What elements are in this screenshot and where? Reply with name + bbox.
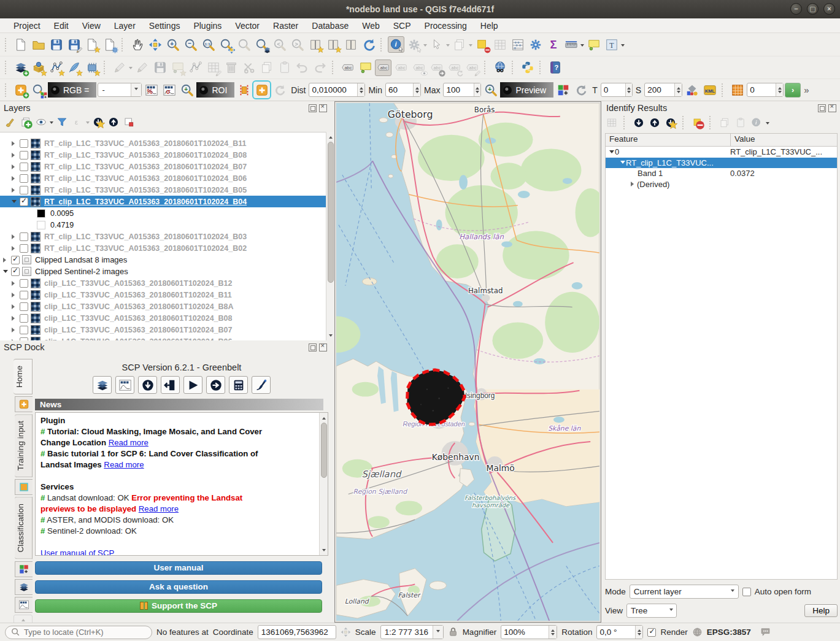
modify-attributes-icon[interactable] (205, 59, 222, 76)
auto-open-form-checkbox[interactable] (742, 588, 751, 596)
group-checkbox[interactable] (11, 256, 20, 264)
zoom-to-layer-icon[interactable] (253, 36, 270, 53)
filter-expression-icon[interactable]: ε (71, 115, 84, 129)
help-contents-icon[interactable] (547, 59, 563, 76)
dist-spinbox[interactable] (309, 83, 365, 97)
scroll-up-icon[interactable] (326, 132, 334, 140)
layer-row[interactable]: RT_clip_L1C_T33VUC_A015363_20180601T1020… (0, 149, 334, 161)
layer-row[interactable]: RT_clip_L1C_T33VUC_A015363_20180601T1020… (0, 242, 334, 254)
bandset-grid-icon[interactable] (729, 82, 746, 98)
rotation-input[interactable] (597, 626, 635, 639)
view-combobox[interactable]: Tree (626, 604, 677, 618)
menu-plugins[interactable]: Plugins (187, 20, 228, 32)
layer-row[interactable]: RT_clip_L1C_T33VUC_A015363_20180601T1020… (0, 184, 334, 196)
kml-export-icon[interactable] (701, 82, 718, 98)
new-print-layout-icon[interactable] (83, 36, 100, 53)
toolbar-drag-handle[interactable] (104, 61, 107, 74)
layer-row-selected[interactable]: RT_clip_L1C_T33VUC_A015363_20180601T1020… (0, 196, 334, 207)
filter-expression-dropdown[interactable] (86, 121, 90, 126)
news-scrollbar[interactable] (319, 413, 328, 555)
scroll-down-icon[interactable] (320, 547, 328, 555)
vertex-tool-icon[interactable] (187, 59, 204, 76)
undo-icon[interactable] (294, 59, 310, 76)
download-products-button[interactable] (138, 376, 157, 394)
min-spinbox[interactable] (385, 83, 421, 97)
layer-checkbox[interactable] (20, 279, 28, 288)
user-manual-scp-link[interactable]: User manual of SCP (40, 548, 114, 556)
zoom-out-icon[interactable]: − (182, 36, 199, 53)
magnifier-spinbox[interactable] (501, 625, 557, 639)
toolbar-overflow-chevron[interactable]: » (802, 85, 811, 95)
layer-checkbox[interactable] (20, 232, 28, 241)
form-view-icon[interactable] (605, 116, 618, 129)
menu-edit[interactable]: Edit (48, 20, 75, 32)
layer-checkbox[interactable] (20, 163, 28, 171)
identify-mode-icon[interactable] (750, 116, 763, 129)
scp-dock-float-icon[interactable] (309, 344, 317, 351)
identify-mode-dropdown[interactable] (766, 122, 769, 126)
identify-features-icon[interactable] (388, 36, 404, 53)
menu-scp[interactable]: SCP (387, 20, 417, 32)
maximize-button[interactable]: ▢ (807, 3, 819, 15)
expand-new-results-icon[interactable] (664, 116, 677, 129)
new-bookmark-icon[interactable] (307, 36, 323, 53)
new-project-icon[interactable] (12, 36, 29, 53)
min-input[interactable] (386, 83, 413, 96)
highlight-labels-icon[interactable] (410, 59, 427, 76)
toolbar-drag-handle[interactable] (539, 61, 543, 74)
t-input[interactable] (601, 83, 625, 96)
bandset-spinbox[interactable] (747, 83, 784, 97)
statistics-sigma-icon[interactable]: Σ (545, 36, 561, 53)
layer-checkbox[interactable] (20, 291, 28, 299)
classification-squares-tab-icon[interactable] (15, 561, 33, 577)
remove-preview-icon[interactable] (684, 82, 700, 98)
title-bar[interactable]: *nodebo land use - QGIS f7e4dd671f – ▢ × (0, 0, 840, 18)
stddev-stretch-icon[interactable]: σ (161, 82, 177, 98)
labeling-options-icon[interactable] (375, 59, 391, 76)
zoom-preview-icon[interactable]: + (482, 82, 499, 98)
rgb-quick-icon[interactable] (555, 82, 571, 98)
read-more-link[interactable]: Read more (109, 438, 148, 447)
crs-globe-icon[interactable] (692, 627, 703, 637)
menu-layer[interactable]: Layer (108, 20, 142, 32)
cut-features-icon[interactable] (241, 59, 257, 76)
magnifier-input[interactable] (501, 626, 549, 639)
statistical-summary-icon[interactable] (509, 36, 526, 53)
show-bookmarks-icon[interactable] (325, 36, 341, 53)
bandset-tab-icon[interactable] (15, 396, 33, 412)
menu-web[interactable]: Web (356, 20, 386, 32)
layer-row[interactable]: clip_L1C_T33VUC_A015363_20180601T102024_… (0, 289, 334, 301)
menu-help[interactable]: Help (474, 20, 504, 32)
dist-input[interactable] (309, 83, 356, 96)
refresh-map-icon[interactable] (360, 36, 377, 53)
max-spinbox[interactable] (443, 83, 481, 97)
menu-view[interactable]: View (76, 20, 107, 32)
scroll-up-icon[interactable] (320, 413, 328, 421)
text-annotation-icon[interactable] (603, 36, 620, 53)
open-layer-styling-icon[interactable] (4, 115, 17, 129)
identify-close-icon[interactable] (828, 104, 836, 112)
layer-checkbox[interactable] (20, 186, 28, 194)
identify-row[interactable]: 0RT_clip_L1C_T33VUC_... (606, 147, 837, 158)
toolbar-drag-handle[interactable] (484, 61, 488, 74)
tab-training-input[interactable]: Training input (15, 414, 33, 477)
layer-checkbox[interactable] (20, 302, 28, 311)
manage-map-themes-icon[interactable] (34, 115, 48, 129)
t-spinbox[interactable] (601, 83, 633, 97)
layer-row[interactable]: clip_L1C_T33VUC_A015363_20180601T102024_… (0, 324, 334, 336)
filter-legend-icon[interactable] (55, 115, 69, 129)
layer-diagram-icon[interactable] (357, 59, 374, 76)
layer-row[interactable]: RT_clip_L1C_T33VUC_A015363_20180601T1020… (0, 161, 334, 172)
data-source-manager-icon[interactable] (12, 59, 29, 76)
redo-roi-icon[interactable] (271, 82, 288, 98)
help-button[interactable]: Help (804, 604, 838, 617)
rgb-list-tab-icon[interactable] (15, 597, 33, 613)
bandset-plus-icon[interactable] (12, 82, 29, 98)
layers-float-icon[interactable] (309, 104, 317, 112)
s-input[interactable] (645, 83, 674, 96)
identify-results-table[interactable]: Feature Value 0RT_clip_L1C_T33VUC_... RT… (605, 133, 838, 580)
new-geopackage-icon[interactable] (66, 59, 82, 76)
layer-row[interactable]: RT_clip_L1C_T33VUC_A015363_20180601T1020… (0, 172, 334, 184)
bookmark-icon[interactable] (342, 36, 359, 53)
open-attribute-table-icon[interactable] (491, 36, 508, 53)
